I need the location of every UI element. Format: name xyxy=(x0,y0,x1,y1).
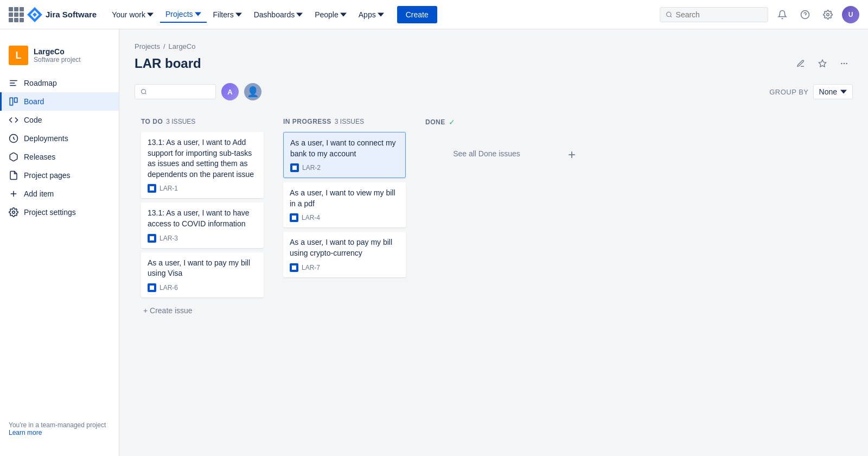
card-LAR-6-id: LAR-6 xyxy=(159,284,178,292)
project-name: LargeCo xyxy=(34,47,81,56)
sidebar-nav: Roadmap Board Code Deployments Releases … xyxy=(0,74,119,413)
svg-rect-7 xyxy=(10,98,12,105)
board-search-input[interactable] xyxy=(150,87,210,96)
project-type: Software project xyxy=(34,56,81,64)
avatar-user2[interactable]: 👤 xyxy=(244,83,261,100)
see-all-done-label: See all Done issues xyxy=(453,149,520,158)
sidebar-project: L LargeCo Software project xyxy=(0,40,119,74)
group-by-select[interactable]: None xyxy=(813,84,853,99)
card-LAR-1-title: 13.1: As a user, I want to Add support f… xyxy=(148,137,257,180)
svg-point-3 xyxy=(827,13,829,16)
sidebar-item-project-pages[interactable]: Project pages xyxy=(0,166,119,185)
card-LAR-7[interactable]: As a user, I want to pay my bill using c… xyxy=(283,232,406,277)
breadcrumb-project[interactable]: LargeCo xyxy=(169,42,196,50)
chevron-down-icon xyxy=(840,88,847,95)
nav-links: Your work Projects Filters Dashboards Pe… xyxy=(106,7,389,23)
column-done: DONE ✓ See all Done issues xyxy=(419,111,554,181)
footer-text: You're in a team-managed project xyxy=(9,421,110,429)
project-icon: L xyxy=(9,46,28,65)
card-LAR-6-footer: LAR-6 xyxy=(148,283,257,292)
settings-button[interactable] xyxy=(819,6,837,23)
column-inprogress-title: IN PROGRESS xyxy=(283,118,331,125)
card-LAR-1[interactable]: 13.1: As a user, I want to Add support f… xyxy=(141,132,264,198)
nav-projects[interactable]: Projects xyxy=(160,7,207,23)
search-icon xyxy=(666,11,673,18)
card-LAR-4-footer: LAR-4 xyxy=(290,213,399,222)
create-button[interactable]: Create xyxy=(397,6,437,23)
notifications-button[interactable] xyxy=(774,6,791,23)
card-LAR-3[interactable]: 13.1: As a user, I want to have access t… xyxy=(141,202,264,248)
column-inprogress: IN PROGRESS 3 ISSUES As a user, I want t… xyxy=(277,111,412,288)
card-LAR-4-id: LAR-4 xyxy=(302,214,320,221)
search-box[interactable] xyxy=(660,7,768,22)
layout: L LargeCo Software project Roadmap Board… xyxy=(0,29,868,456)
star-button[interactable] xyxy=(814,55,831,72)
nav-filters[interactable]: Filters xyxy=(208,7,247,22)
card-LAR-7-id: LAR-7 xyxy=(302,264,320,271)
sidebar-item-add-item[interactable]: Add item xyxy=(0,185,119,203)
search-input[interactable] xyxy=(676,10,762,19)
sidebar-item-deployments[interactable]: Deployments xyxy=(0,129,119,148)
add-icon xyxy=(9,189,18,199)
help-button[interactable] xyxy=(796,6,814,23)
nav-apps[interactable]: Apps xyxy=(353,7,390,22)
svg-marker-13 xyxy=(819,60,826,67)
see-all-done-button[interactable]: See all Done issues xyxy=(425,133,548,174)
svg-point-0 xyxy=(667,12,671,16)
story-icon-3 xyxy=(148,283,156,292)
create-issue-button[interactable]: + Create issue xyxy=(141,302,264,319)
jira-logo[interactable]: Jira Software xyxy=(27,7,97,22)
story-icon xyxy=(148,184,156,193)
column-todo-header: TO DO 3 ISSUES xyxy=(141,118,264,125)
story-icon-5 xyxy=(290,213,298,222)
card-LAR-2[interactable]: As a user, I want to connect my bank to … xyxy=(283,132,406,178)
card-LAR-7-footer: LAR-7 xyxy=(290,263,399,272)
sidebar-footer: You're in a team-managed project Learn m… xyxy=(0,413,119,445)
sidebar-item-code[interactable]: Code xyxy=(0,111,119,129)
breadcrumb-projects[interactable]: Projects xyxy=(135,42,160,50)
sidebar-item-project-settings[interactable]: Project settings xyxy=(0,203,119,221)
board-icon xyxy=(9,97,18,106)
card-LAR-6-title: As a user, I want to pay my bill using V… xyxy=(148,258,257,279)
pages-icon xyxy=(9,170,18,180)
more-button[interactable] xyxy=(835,55,853,72)
edit-button[interactable] xyxy=(792,55,809,72)
done-check-icon: ✓ xyxy=(449,118,455,126)
board: TO DO 3 ISSUES 13.1: As a user, I want t… xyxy=(135,111,853,326)
card-LAR-4[interactable]: As a user, I want to view my bill in a p… xyxy=(283,182,406,227)
svg-point-12 xyxy=(12,211,15,214)
user-avatar[interactable]: U xyxy=(842,6,859,23)
avatar-user1[interactable]: A xyxy=(221,83,239,100)
page-title: LAR board xyxy=(135,56,201,71)
column-todo-count: 3 ISSUES xyxy=(166,118,195,125)
board-search[interactable] xyxy=(135,84,216,99)
create-issue-label: + Create issue xyxy=(143,306,193,315)
column-done-title: DONE xyxy=(425,118,445,126)
nav-people[interactable]: People xyxy=(309,7,352,22)
card-LAR-2-id: LAR-2 xyxy=(302,164,321,172)
main-content: Projects / LargeCo LAR board xyxy=(119,29,868,456)
svg-point-17 xyxy=(142,89,146,93)
group-by-label: GROUP BY xyxy=(769,88,808,96)
board-search-icon xyxy=(141,88,147,96)
column-todo: TO DO 3 ISSUES 13.1: As a user, I want t… xyxy=(135,111,270,326)
app-switcher-icon[interactable] xyxy=(9,7,24,22)
nav-your-work[interactable]: Your work xyxy=(106,7,159,22)
footer-link[interactable]: Learn more xyxy=(9,429,42,436)
story-icon-4 xyxy=(290,163,299,172)
topnav: Jira Software Your work Projects Filters… xyxy=(0,0,868,29)
topnav-left: Jira Software Your work Projects Filters… xyxy=(9,6,437,23)
nav-dashboards[interactable]: Dashboards xyxy=(248,7,309,22)
sidebar-item-roadmap[interactable]: Roadmap xyxy=(0,74,119,92)
releases-icon xyxy=(9,152,18,162)
card-LAR-3-footer: LAR-3 xyxy=(148,234,257,243)
card-LAR-7-title: As a user, I want to pay my bill using c… xyxy=(290,237,399,258)
column-inprogress-header: IN PROGRESS 3 ISSUES xyxy=(283,118,406,125)
sidebar-item-board[interactable]: Board xyxy=(0,92,119,111)
sidebar-item-releases[interactable]: Releases xyxy=(0,148,119,166)
card-LAR-4-title: As a user, I want to view my bill in a p… xyxy=(290,188,399,209)
column-todo-title: TO DO xyxy=(141,118,163,125)
add-column-button[interactable]: + xyxy=(561,144,583,166)
breadcrumb: Projects / LargeCo xyxy=(135,42,853,50)
card-LAR-6[interactable]: As a user, I want to pay my bill using V… xyxy=(141,252,264,297)
